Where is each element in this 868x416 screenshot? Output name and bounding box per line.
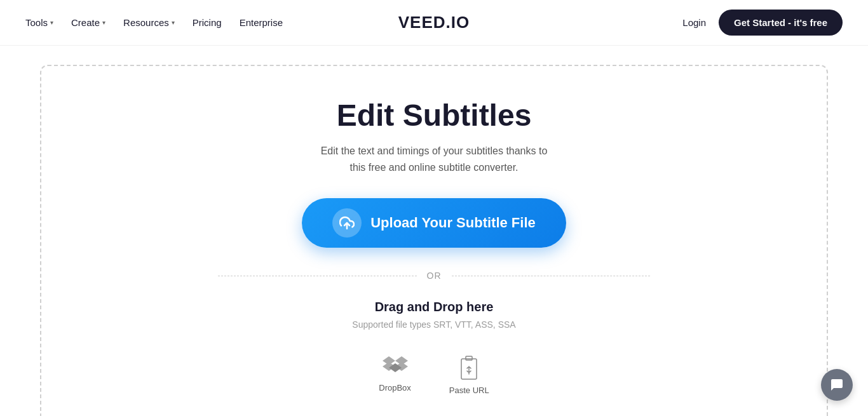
- subtitle-line1: Edit the text and timings of your subtit…: [321, 145, 548, 156]
- upload-icon-circle: [332, 208, 362, 238]
- nav-resources-label: Resources: [123, 17, 169, 28]
- or-divider: OR: [218, 271, 650, 281]
- upload-container: Edit Subtitles Edit the text and timings…: [40, 65, 828, 416]
- or-line-right: [452, 276, 651, 276]
- paste-url-integration[interactable]: Paste URL: [449, 355, 489, 395]
- nav-right: Login Get Started - it's free: [682, 10, 843, 36]
- nav-pricing-label: Pricing: [193, 17, 222, 28]
- upload-btn-label: Upload Your Subtitle File: [370, 215, 536, 231]
- upload-subtitle-button[interactable]: Upload Your Subtitle File: [302, 198, 566, 248]
- paste-url-icon: [459, 355, 479, 380]
- main-content: Edit Subtitles Edit the text and timings…: [0, 46, 868, 416]
- nav-create[interactable]: Create ▾: [71, 17, 105, 28]
- or-text: OR: [427, 271, 442, 281]
- nav-resources[interactable]: Resources ▾: [123, 17, 175, 28]
- nav-pricing[interactable]: Pricing: [193, 17, 222, 28]
- drag-drop-title: Drag and Drop here: [375, 300, 494, 314]
- get-started-button[interactable]: Get Started - it's free: [719, 10, 843, 36]
- integration-icons: DropBox Paste URL: [379, 355, 489, 395]
- nav-tools[interactable]: Tools ▾: [25, 17, 53, 28]
- nav-create-label: Create: [71, 17, 100, 28]
- chat-icon: [829, 377, 844, 393]
- logo[interactable]: VEED.IO: [398, 13, 470, 32]
- login-button[interactable]: Login: [682, 17, 706, 28]
- dropbox-label: DropBox: [379, 383, 411, 393]
- subtitle-line2: this free and online subtitle converter.: [349, 162, 518, 173]
- page-title: Edit Subtitles: [337, 98, 532, 133]
- chevron-down-icon: ▾: [172, 19, 175, 26]
- chat-widget[interactable]: [821, 369, 853, 401]
- svg-rect-7: [466, 356, 472, 360]
- upload-arrow-icon: [339, 215, 355, 231]
- dropbox-integration[interactable]: DropBox: [379, 355, 411, 393]
- or-line-left: [218, 276, 417, 276]
- chevron-down-icon: ▾: [50, 19, 53, 26]
- dropbox-icon: [383, 355, 408, 378]
- header: Tools ▾ Create ▾ Resources ▾ Pricing Ent…: [0, 0, 868, 46]
- chevron-down-icon: ▾: [102, 19, 105, 26]
- drag-drop-subtitle: Supported file types SRT, VTT, ASS, SSA: [352, 319, 515, 330]
- nav-enterprise[interactable]: Enterprise: [240, 17, 283, 28]
- paste-url-label: Paste URL: [449, 386, 489, 395]
- nav-enterprise-label: Enterprise: [240, 17, 283, 28]
- nav-left: Tools ▾ Create ▾ Resources ▾ Pricing Ent…: [25, 17, 283, 28]
- page-subtitle: Edit the text and timings of your subtit…: [321, 143, 548, 175]
- nav-tools-label: Tools: [25, 17, 48, 28]
